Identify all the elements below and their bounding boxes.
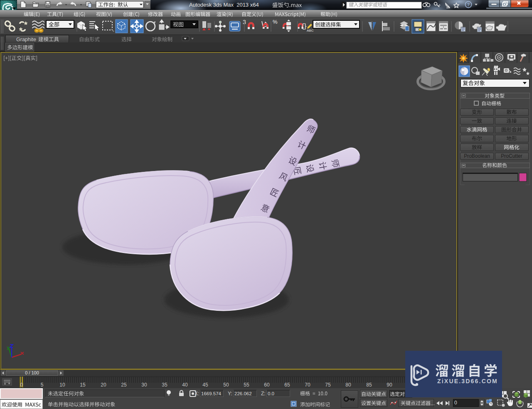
svg-text:ABC: ABC bbox=[307, 29, 314, 32]
svg-text:30: 30 bbox=[141, 382, 147, 388]
svg-text:35: 35 bbox=[162, 382, 167, 388]
svg-text:25: 25 bbox=[121, 382, 127, 388]
svg-text:10: 10 bbox=[59, 382, 65, 388]
svg-text:85: 85 bbox=[366, 382, 372, 388]
svg-text:65: 65 bbox=[284, 382, 290, 388]
svg-text:5: 5 bbox=[41, 382, 44, 388]
svg-text:40: 40 bbox=[182, 382, 188, 388]
svg-text:%: % bbox=[273, 19, 278, 25]
svg-text:?: ? bbox=[467, 2, 470, 7]
svg-text:0: 0 bbox=[20, 382, 23, 388]
svg-text:{}: {} bbox=[302, 22, 307, 30]
svg-text:20: 20 bbox=[101, 382, 106, 388]
svg-text:55: 55 bbox=[244, 382, 249, 388]
svg-text:50: 50 bbox=[223, 382, 229, 388]
svg-text:60: 60 bbox=[264, 382, 270, 388]
svg-text:75: 75 bbox=[325, 382, 331, 388]
svg-text:70: 70 bbox=[305, 382, 310, 388]
svg-text:80: 80 bbox=[345, 382, 351, 388]
svg-text:45: 45 bbox=[202, 382, 208, 388]
svg-text:90: 90 bbox=[387, 382, 392, 388]
svg-text:15: 15 bbox=[80, 382, 86, 388]
